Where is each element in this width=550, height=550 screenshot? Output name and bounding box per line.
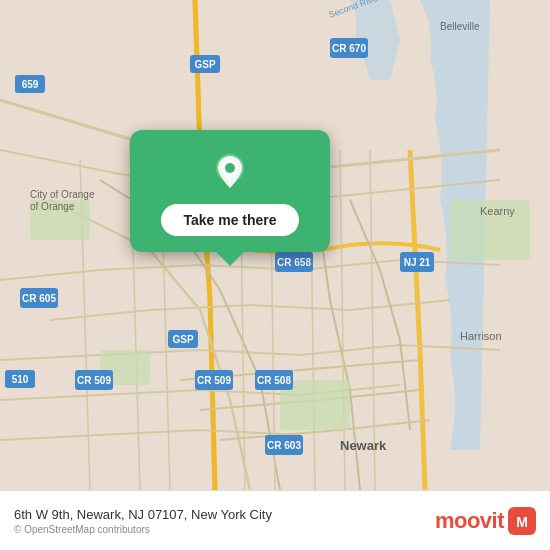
svg-text:Newark: Newark [340, 438, 387, 453]
osm-credit: © OpenStreetMap contributors [14, 524, 272, 535]
map-container: CR 670 659 GSP CR 605 CR 658 NJ 21 510 C… [0, 0, 550, 490]
svg-text:NJ 21: NJ 21 [404, 257, 431, 268]
address-text: 6th W 9th, Newark, NJ 07107, New York Ci… [14, 507, 272, 522]
svg-text:City
of Orange: City of Orange [30, 189, 95, 200]
bottom-bar: 6th W 9th, Newark, NJ 07107, New York Ci… [0, 490, 550, 550]
take-me-there-button[interactable]: Take me there [161, 204, 298, 236]
svg-text:GSP: GSP [194, 59, 215, 70]
tooltip-card: Take me there [130, 130, 330, 252]
svg-text:M: M [516, 514, 528, 530]
svg-text:659: 659 [22, 79, 39, 90]
svg-text:CR 509: CR 509 [77, 375, 111, 386]
svg-point-39 [225, 163, 235, 173]
tooltip-arrow [216, 252, 244, 266]
svg-text:Kearny: Kearny [480, 205, 515, 217]
address-line: 6th W 9th, Newark, NJ 07107, [14, 507, 187, 522]
svg-text:CR 605: CR 605 [22, 293, 56, 304]
location-pin-icon [208, 150, 252, 194]
svg-text:CR 508: CR 508 [257, 375, 291, 386]
address-info: 6th W 9th, Newark, NJ 07107, New York Ci… [14, 507, 272, 535]
svg-text:CR 670: CR 670 [332, 43, 366, 54]
svg-text:Harrison: Harrison [460, 330, 502, 342]
city-name: New York City [191, 507, 272, 522]
svg-text:GSP: GSP [172, 334, 193, 345]
svg-text:Belleville: Belleville [440, 21, 480, 32]
svg-text:CR 509: CR 509 [197, 375, 231, 386]
moovit-brand-text: moovit [435, 508, 504, 534]
svg-text:CR 603: CR 603 [267, 440, 301, 451]
moovit-logo: moovit M [435, 507, 536, 535]
svg-text:of Orange: of Orange [30, 201, 75, 212]
svg-text:CR 658: CR 658 [277, 257, 311, 268]
svg-text:510: 510 [12, 374, 29, 385]
moovit-logo-icon: M [508, 507, 536, 535]
